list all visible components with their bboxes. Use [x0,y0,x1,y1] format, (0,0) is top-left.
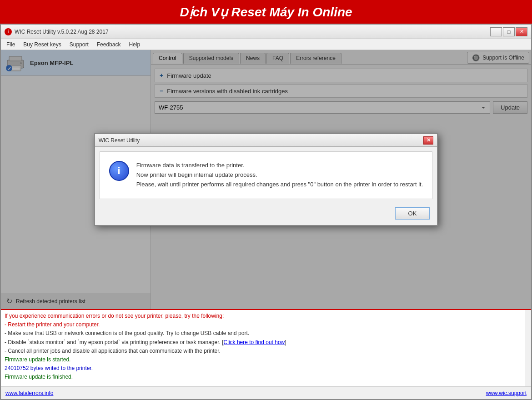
menu-support[interactable]: Support [66,40,92,49]
menu-bar: File Buy Reset keys Support Feedback Hel… [1,39,531,50]
window-title: WIC Reset Utility v.5.0.22 Aug 28 2017 [15,29,109,35]
title-buttons: ─ □ ✕ [490,27,527,36]
restore-button[interactable]: □ [503,27,515,36]
log-line-1: - Restart the printer and your computer. [5,320,527,329]
dialog: WIC Reset Utility ✕ i Firmware data is t… [94,133,438,225]
menu-help[interactable]: Help [125,40,144,49]
ok-button[interactable]: OK [395,207,430,220]
log-line-6: 24010752 bytes writed to the printer. [5,364,527,373]
log-line-7: Firmware update is finished. [5,373,527,381]
log-line-3: - Disable `status monitor` and `my epson… [5,338,527,347]
app-icon: i [5,28,12,35]
log-line-5: Firmware update is started. [5,355,527,364]
dialog-title: WIC Reset Utility [99,137,140,144]
menu-buy-reset-keys[interactable]: Buy Reset keys [20,40,65,49]
log-line-2: - Make sure that USB or network connecti… [5,329,527,338]
dialog-message: Firmware data is transfered to the print… [136,161,423,189]
log-line-4: - Cancel all printer jobs and disable al… [5,347,527,355]
banner-title: Dịch Vụ Reset Máy In Online [180,5,352,20]
fatal-errors-link[interactable]: www.fatalerrors.info [5,390,53,396]
title-bar-left: i WIC Reset Utility v.5.0.22 Aug 28 2017 [5,28,109,35]
dialog-overlay: WIC Reset Utility ✕ i Firmware data is t… [1,50,531,309]
dialog-title-bar: WIC Reset Utility ✕ [95,134,437,147]
dialog-close-button[interactable]: ✕ [423,136,433,145]
content-area: Epson MFP-IPL ↻ Refresh detected printer… [1,50,531,309]
dialog-line3: Please, wait until printer performs all … [136,180,423,190]
title-bar: i WIC Reset Utility v.5.0.22 Aug 28 2017… [1,25,531,39]
click-here-link[interactable]: Click here to find out how [224,339,285,345]
wic-support-link[interactable]: www.wic.support [486,390,527,396]
top-banner: Dịch Vụ Reset Máy In Online [0,0,532,24]
log-area: If you experience communication errors o… [1,309,531,386]
dialog-footer: OK [95,204,437,225]
log-scrollbar[interactable] [525,310,531,386]
dialog-content: i Firmware data is transfered to the pri… [100,151,433,199]
menu-feedback[interactable]: Feedback [93,40,125,49]
main-window: i WIC Reset Utility v.5.0.22 Aug 28 2017… [0,24,532,400]
dialog-line1: Firmware data is transfered to the print… [136,161,423,170]
menu-file[interactable]: File [3,40,19,49]
close-window-button[interactable]: ✕ [516,27,527,36]
dialog-line2: Now printer will begin internal update p… [136,170,423,180]
minimize-button[interactable]: ─ [490,27,502,36]
info-icon: i [109,161,129,181]
bottom-bar: www.fatalerrors.info www.wic.support [1,386,531,399]
log-line-0: If you experience communication errors o… [5,312,527,320]
